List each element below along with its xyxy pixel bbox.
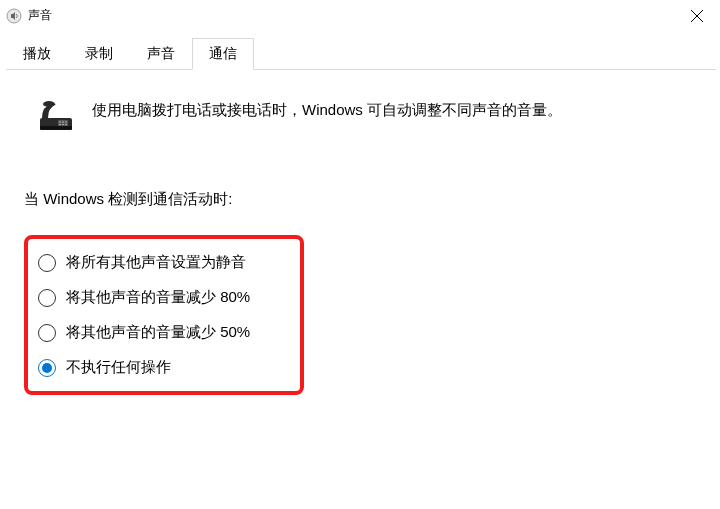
titlebar-left: 声音 <box>6 7 52 24</box>
svg-point-11 <box>62 124 63 125</box>
radio-indicator <box>38 359 56 377</box>
tab-label: 录制 <box>85 45 113 61</box>
radio-indicator <box>38 289 56 307</box>
titlebar: 声音 <box>0 0 720 32</box>
sound-app-icon <box>6 8 22 24</box>
radio-mute-all[interactable]: 将所有其他声音设置为静音 <box>38 253 290 272</box>
phone-icon <box>36 96 76 136</box>
radio-indicator <box>38 324 56 342</box>
svg-point-7 <box>59 121 60 122</box>
close-button[interactable] <box>674 0 720 32</box>
radio-label: 将所有其他声音设置为静音 <box>66 253 246 272</box>
tab-label: 播放 <box>23 45 51 61</box>
radio-label: 不执行任何操作 <box>66 358 171 377</box>
radio-do-nothing[interactable]: 不执行任何操作 <box>38 358 290 377</box>
radio-indicator <box>38 254 56 272</box>
radio-label: 将其他声音的音量减少 50% <box>66 323 250 342</box>
tab-recording[interactable]: 录制 <box>68 38 130 70</box>
section-label: 当 Windows 检测到通信活动时: <box>24 190 696 209</box>
svg-point-10 <box>59 124 60 125</box>
svg-point-12 <box>65 124 66 125</box>
radio-reduce-50[interactable]: 将其他声音的音量减少 50% <box>38 323 290 342</box>
window-title: 声音 <box>28 7 52 24</box>
tab-sounds[interactable]: 声音 <box>130 38 192 70</box>
tab-content: 使用电脑拨打电话或接电话时，Windows 可自动调整不同声音的音量。 当 Wi… <box>0 70 720 395</box>
tabstrip: 播放 录制 声音 通信 <box>0 32 720 70</box>
tab-label: 声音 <box>147 45 175 61</box>
description-text: 使用电脑拨打电话或接电话时，Windows 可自动调整不同声音的音量。 <box>92 96 562 123</box>
svg-rect-4 <box>40 126 72 130</box>
radio-reduce-80[interactable]: 将其他声音的音量减少 80% <box>38 288 290 307</box>
tab-communications[interactable]: 通信 <box>192 38 254 70</box>
description-row: 使用电脑拨打电话或接电话时，Windows 可自动调整不同声音的音量。 <box>36 96 696 136</box>
radio-group-highlighted: 将所有其他声音设置为静音 将其他声音的音量减少 80% 将其他声音的音量减少 5… <box>24 235 304 395</box>
svg-point-9 <box>65 121 66 122</box>
svg-point-8 <box>62 121 63 122</box>
svg-point-5 <box>43 101 55 107</box>
tab-label: 通信 <box>209 45 237 61</box>
close-icon <box>691 10 703 22</box>
tab-playback[interactable]: 播放 <box>6 38 68 70</box>
radio-label: 将其他声音的音量减少 80% <box>66 288 250 307</box>
